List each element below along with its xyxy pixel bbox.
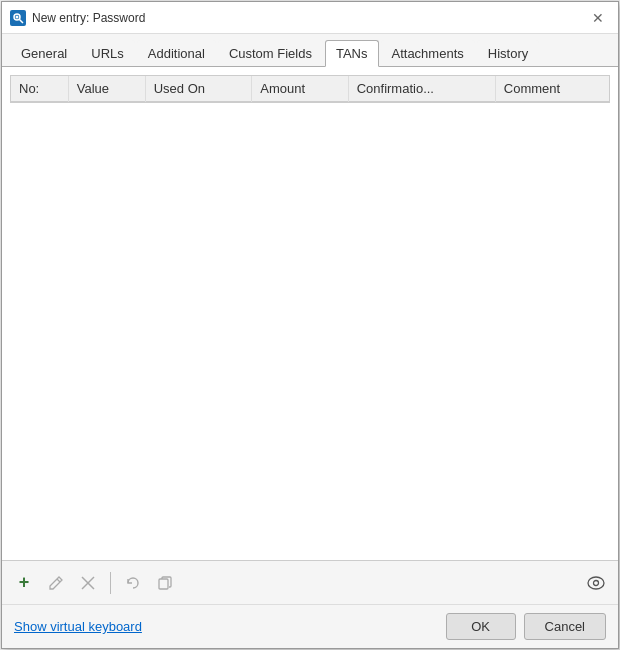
svg-point-8: [588, 577, 604, 589]
titlebar: New entry: Password ✕: [2, 2, 618, 34]
copy-icon: [157, 575, 173, 591]
toolbar-right: [582, 569, 610, 597]
tans-table: No: Value Used On Amount Confirmatio... …: [11, 76, 609, 102]
table-header-row: No: Value Used On Amount Confirmatio... …: [11, 76, 609, 102]
tab-attachments[interactable]: Attachments: [381, 40, 475, 66]
pencil-icon: [48, 575, 64, 591]
svg-rect-7: [159, 579, 168, 589]
svg-line-4: [57, 579, 60, 582]
tab-history[interactable]: History: [477, 40, 539, 66]
tans-table-container[interactable]: No: Value Used On Amount Confirmatio... …: [10, 75, 610, 103]
svg-point-3: [16, 15, 19, 18]
delete-button[interactable]: [74, 569, 102, 597]
tab-custom-fields[interactable]: Custom Fields: [218, 40, 323, 66]
copy-button[interactable]: [151, 569, 179, 597]
tab-general[interactable]: General: [10, 40, 78, 66]
svg-point-9: [594, 580, 599, 585]
undo-button[interactable]: [119, 569, 147, 597]
footer: Show virtual keyboard OK Cancel: [2, 604, 618, 648]
app-icon: [10, 10, 26, 26]
col-value: Value: [68, 76, 145, 102]
tab-urls[interactable]: URLs: [80, 40, 135, 66]
footer-buttons: OK Cancel: [446, 613, 606, 640]
col-amount: Amount: [252, 76, 348, 102]
delete-icon: [81, 576, 95, 590]
window-title: New entry: Password: [32, 11, 145, 25]
tab-additional[interactable]: Additional: [137, 40, 216, 66]
main-window: New entry: Password ✕ General URLs Addit…: [1, 1, 619, 649]
ok-button[interactable]: OK: [446, 613, 516, 640]
tabs-bar: General URLs Additional Custom Fields TA…: [2, 34, 618, 67]
col-confirmation: Confirmatio...: [348, 76, 495, 102]
show-password-button[interactable]: [582, 569, 610, 597]
add-button[interactable]: +: [10, 569, 38, 597]
close-button[interactable]: ✕: [586, 6, 610, 30]
toolbar: +: [2, 560, 618, 604]
tab-tans[interactable]: TANs: [325, 40, 379, 67]
undo-icon: [125, 575, 141, 591]
edit-button[interactable]: [42, 569, 70, 597]
cancel-button[interactable]: Cancel: [524, 613, 606, 640]
table-wrapper: No: Value Used On Amount Confirmatio... …: [10, 75, 610, 552]
show-virtual-keyboard-link[interactable]: Show virtual keyboard: [14, 619, 142, 634]
toolbar-divider: [110, 572, 111, 594]
eye-icon: [587, 576, 605, 590]
add-icon: +: [19, 572, 30, 593]
col-comment: Comment: [495, 76, 609, 102]
content-area: No: Value Used On Amount Confirmatio... …: [2, 67, 618, 560]
titlebar-left: New entry: Password: [10, 10, 145, 26]
col-used-on: Used On: [145, 76, 252, 102]
col-no: No:: [11, 76, 68, 102]
